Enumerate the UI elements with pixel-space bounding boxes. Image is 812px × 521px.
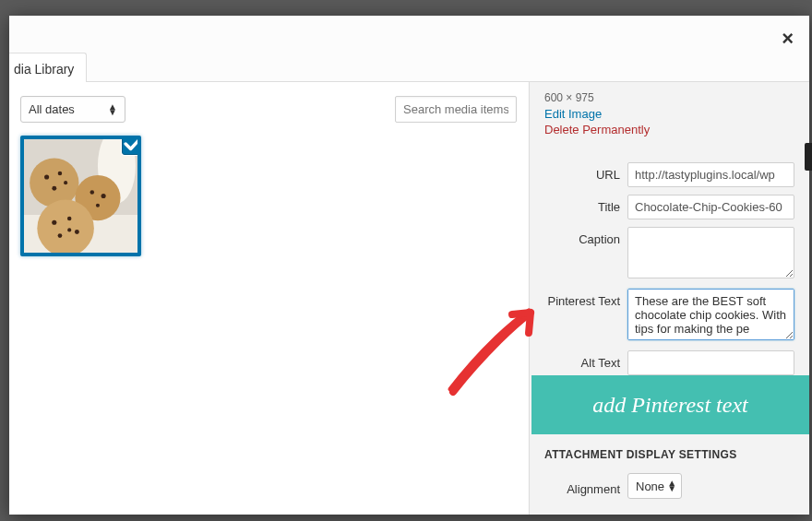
- attachment-display-settings-header: ATTACHMENT DISPLAY SETTINGS: [544, 448, 737, 461]
- svg-point-14: [67, 217, 72, 221]
- window-edge: [805, 143, 812, 171]
- title-label: Title: [544, 195, 627, 214]
- svg-point-3: [30, 159, 78, 207]
- svg-point-10: [90, 190, 95, 195]
- alignment-select[interactable]: None ▲▼: [627, 473, 682, 499]
- svg-point-16: [58, 233, 63, 238]
- add-pinterest-text-callout: add Pinterest text: [531, 375, 809, 434]
- attachment-details-panel: 600 × 975 Edit Image Delete Permanently …: [529, 82, 809, 515]
- media-toolbar: All dates ▲▼: [20, 96, 517, 123]
- select-arrows-icon: ▲▼: [108, 104, 117, 115]
- callout-label: add Pinterest text: [592, 393, 747, 418]
- alignment-label: Alignment: [544, 477, 627, 496]
- url-label: URL: [544, 162, 627, 182]
- svg-point-12: [96, 204, 100, 207]
- media-modal: × dia Library All dates ▲▼: [9, 16, 809, 515]
- selected-check-icon: [122, 136, 141, 155]
- svg-point-9: [64, 181, 67, 184]
- svg-point-13: [52, 220, 56, 225]
- media-item-selected[interactable]: [20, 136, 141, 256]
- alt-text-field[interactable]: [627, 350, 794, 375]
- edit-image-link[interactable]: Edit Image: [544, 107, 794, 121]
- select-arrows-icon: ▲▼: [667, 480, 676, 491]
- svg-point-7: [58, 172, 63, 176]
- delete-permanently-link[interactable]: Delete Permanently: [544, 123, 794, 136]
- caption-label: Caption: [544, 227, 627, 246]
- svg-point-8: [52, 186, 56, 191]
- search-input[interactable]: [395, 96, 517, 123]
- close-icon[interactable]: ×: [782, 27, 794, 51]
- attachment-dimensions: 600 × 975: [544, 91, 794, 104]
- svg-point-15: [75, 230, 79, 234]
- url-field[interactable]: [627, 162, 794, 187]
- date-filter-select[interactable]: All dates ▲▼: [20, 96, 125, 123]
- svg-point-17: [67, 228, 71, 231]
- pinterest-text-label: Pinterest Text: [544, 289, 627, 308]
- attachment-form: URL Title Caption Pinterest Text These a…: [544, 162, 794, 375]
- svg-point-6: [44, 174, 49, 179]
- tab-media-library[interactable]: dia Library: [9, 53, 87, 86]
- date-filter-value: All dates: [29, 102, 75, 116]
- svg-point-11: [102, 194, 106, 198]
- caption-field[interactable]: [627, 227, 794, 278]
- title-field[interactable]: [627, 195, 794, 219]
- pinterest-text-field[interactable]: These are the BEST soft chocolate chip c…: [627, 289, 794, 340]
- media-thumbnail-image: [24, 139, 137, 253]
- tab-label: dia Library: [14, 62, 74, 77]
- alignment-value: None: [636, 480, 664, 493]
- media-library-panel: All dates ▲▼: [9, 82, 528, 515]
- alt-text-label: Alt Text: [544, 350, 627, 370]
